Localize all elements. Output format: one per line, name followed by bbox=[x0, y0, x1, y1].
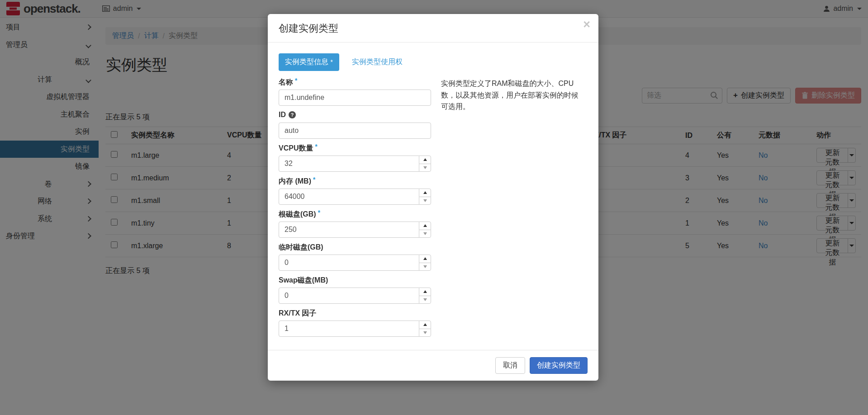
field-label-text: 临时磁盘(GB) bbox=[279, 243, 323, 252]
close-icon[interactable]: × bbox=[583, 19, 590, 31]
field-root-disk: 根磁盘(GB)* bbox=[279, 210, 431, 238]
field-name-label: 名称* bbox=[279, 78, 431, 86]
spinner-up-button[interactable] bbox=[419, 189, 431, 197]
field-rxtx-factor-input-row bbox=[279, 321, 431, 337]
modal-title: 创建实例类型 bbox=[279, 22, 588, 35]
spinner bbox=[419, 156, 431, 172]
field-rxtx-factor: RX/TX 因子 bbox=[279, 309, 431, 337]
triangle-up-icon bbox=[423, 158, 427, 161]
rxtx-factor-input[interactable] bbox=[279, 321, 419, 337]
field-vcpus-input-row bbox=[279, 156, 431, 172]
help-icon[interactable]: ? bbox=[289, 111, 296, 118]
triangle-down-icon bbox=[423, 199, 427, 202]
name-input[interactable] bbox=[279, 90, 431, 106]
field-swap-disk-input-row bbox=[279, 288, 431, 304]
flavor-id-input[interactable] bbox=[279, 123, 431, 139]
spinner bbox=[419, 222, 431, 238]
field-swap-disk: Swap磁盘(MB) bbox=[279, 276, 431, 304]
triangle-down-icon bbox=[423, 166, 427, 169]
field-ram-input-row bbox=[279, 189, 431, 205]
triangle-up-icon bbox=[423, 191, 427, 194]
field-name: 名称* bbox=[279, 78, 431, 106]
spinner-down-button[interactable] bbox=[419, 296, 431, 304]
triangle-up-icon bbox=[423, 290, 427, 293]
field-vcpus: VCPU数量* bbox=[279, 144, 431, 172]
vcpus-input[interactable] bbox=[279, 156, 419, 172]
field-label-text: 名称 bbox=[279, 78, 293, 87]
field-label-text: 内存 (MB) bbox=[279, 177, 311, 186]
required-asterisk: * bbox=[295, 78, 297, 83]
modal-tabs: 实例类型信息 * 实例类型使用权 bbox=[279, 53, 431, 71]
tab-flavor-info[interactable]: 实例类型信息 * bbox=[279, 53, 339, 71]
submit-create-flavor-button[interactable]: 创建实例类型 bbox=[530, 357, 588, 374]
triangle-up-icon bbox=[423, 224, 427, 227]
field-root-disk-label: 根磁盘(GB)* bbox=[279, 210, 431, 218]
create-flavor-modal: 创建实例类型 × 实例类型信息 * 实例类型使用权 名称*ID?VCPU数量*内… bbox=[268, 14, 598, 381]
spinner bbox=[419, 288, 431, 304]
triangle-down-icon bbox=[423, 298, 427, 301]
required-asterisk: * bbox=[330, 58, 332, 66]
spinner-up-button[interactable] bbox=[419, 255, 431, 263]
field-swap-disk-label: Swap磁盘(MB) bbox=[279, 276, 431, 284]
triangle-up-icon bbox=[423, 323, 427, 326]
field-rxtx-factor-label: RX/TX 因子 bbox=[279, 309, 431, 317]
tab-flavor-access-label: 实例类型使用权 bbox=[352, 58, 403, 66]
field-ram: 内存 (MB)* bbox=[279, 177, 431, 205]
field-label-text: 根磁盘(GB) bbox=[279, 210, 316, 219]
spinner-down-button[interactable] bbox=[419, 329, 431, 337]
tab-flavor-access[interactable]: 实例类型使用权 bbox=[346, 53, 409, 71]
field-label-text: Swap磁盘(MB) bbox=[279, 276, 328, 285]
modal-header: 创建实例类型 × bbox=[268, 14, 598, 42]
ephemeral-disk-input[interactable] bbox=[279, 255, 419, 271]
tab-flavor-info-label: 实例类型信息 bbox=[285, 58, 328, 66]
flavor-form: 实例类型信息 * 实例类型使用权 名称*ID?VCPU数量*内存 (MB)*根磁… bbox=[279, 53, 431, 342]
spinner-up-button[interactable] bbox=[419, 321, 431, 329]
swap-disk-input[interactable] bbox=[279, 288, 419, 304]
field-label-text: RX/TX 因子 bbox=[279, 309, 317, 318]
spinner-down-button[interactable] bbox=[419, 263, 431, 271]
triangle-down-icon bbox=[423, 265, 427, 268]
field-label-text: VCPU数量 bbox=[279, 144, 313, 153]
spinner-up-button[interactable] bbox=[419, 288, 431, 296]
spinner-down-button[interactable] bbox=[419, 197, 431, 205]
required-asterisk: * bbox=[313, 177, 315, 182]
triangle-down-icon bbox=[423, 232, 427, 235]
field-flavor-id: ID? bbox=[279, 111, 431, 139]
required-asterisk: * bbox=[315, 144, 317, 149]
form-fields: 名称*ID?VCPU数量*内存 (MB)*根磁盘(GB)*临时磁盘(GB)Swa… bbox=[279, 78, 431, 337]
spinner-down-button[interactable] bbox=[419, 164, 431, 172]
field-ephemeral-disk: 临时磁盘(GB) bbox=[279, 243, 431, 271]
field-ram-label: 内存 (MB)* bbox=[279, 177, 431, 185]
required-asterisk: * bbox=[318, 210, 320, 215]
flavor-description: 实例类型定义了RAM和磁盘的大小、CPU数，以及其他资源，用户在部署实例的时候可… bbox=[441, 78, 588, 342]
spinner bbox=[419, 189, 431, 205]
ram-input[interactable] bbox=[279, 189, 419, 205]
triangle-up-icon bbox=[423, 257, 427, 260]
field-ephemeral-disk-input-row bbox=[279, 255, 431, 271]
spinner-up-button[interactable] bbox=[419, 156, 431, 164]
field-name-input-row bbox=[279, 90, 431, 106]
spinner bbox=[419, 321, 431, 337]
spinner bbox=[419, 255, 431, 271]
field-root-disk-input-row bbox=[279, 222, 431, 238]
root-disk-input[interactable] bbox=[279, 222, 419, 238]
spinner-up-button[interactable] bbox=[419, 222, 431, 230]
cancel-button[interactable]: 取消 bbox=[495, 357, 525, 374]
modal-body: 实例类型信息 * 实例类型使用权 名称*ID?VCPU数量*内存 (MB)*根磁… bbox=[268, 42, 598, 350]
field-flavor-id-input-row bbox=[279, 123, 431, 139]
spinner-down-button[interactable] bbox=[419, 230, 431, 238]
triangle-down-icon bbox=[423, 331, 427, 334]
modal-footer: 取消 创建实例类型 bbox=[268, 350, 598, 381]
field-vcpus-label: VCPU数量* bbox=[279, 144, 431, 152]
field-label-text: ID bbox=[279, 111, 286, 119]
field-ephemeral-disk-label: 临时磁盘(GB) bbox=[279, 243, 431, 251]
field-flavor-id-label: ID? bbox=[279, 111, 431, 119]
